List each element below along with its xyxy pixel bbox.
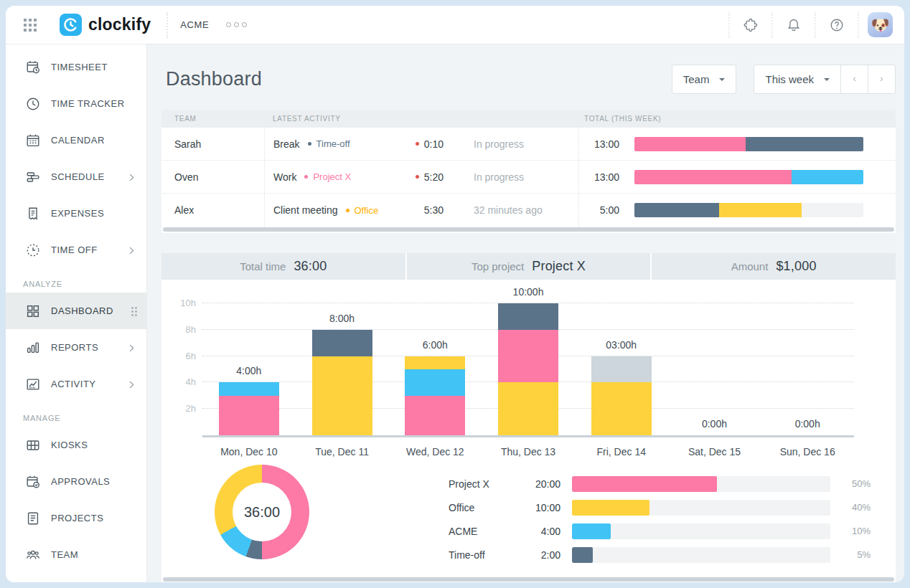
legend-hours: 4:00 (525, 526, 560, 537)
day-column[interactable]: 0:00h (761, 290, 854, 437)
legend-hours: 20:00 (525, 478, 560, 490)
project-tag: Time-off (308, 138, 350, 149)
bar-segment (591, 356, 652, 383)
day-column[interactable]: 8:00h (296, 290, 389, 437)
sidebar-item-team[interactable]: TEAM (6, 536, 146, 573)
bar-stack (405, 356, 465, 435)
legend-row: Office10:0040% (449, 495, 871, 519)
day-column[interactable]: 4:00h (202, 290, 296, 437)
chevron-right-icon (127, 343, 136, 352)
summary-cell-top-project: Top projectProject X (407, 253, 651, 280)
sidebar: TIMESHEETTIME TRACKERCALENDARSCHEDULEEXP… (6, 44, 147, 582)
weekly-total: 13:00 (579, 138, 619, 150)
donut-total-label: 36:00 (244, 504, 280, 521)
sidebar-item-label: TIME TRACKER (51, 98, 125, 109)
sidebar-item-projects[interactable]: PROJECTS (6, 500, 146, 536)
chevron-down-icon (824, 78, 830, 84)
schedule-icon (25, 169, 41, 185)
apps-grid-icon[interactable] (20, 15, 40, 35)
y-tick-label: 10h (174, 298, 196, 308)
table-row[interactable]: AlexClient meetingOffice5:3032 minutes a… (161, 194, 896, 227)
notifications-button[interactable] (773, 11, 815, 39)
x-axis-label: Fri, Dec 14 (575, 446, 668, 457)
avatar[interactable]: 🐶 (868, 12, 893, 37)
sidebar-item-kiosks[interactable]: KIOSKS (6, 427, 146, 463)
x-axis-label: Wed, Dec 12 (388, 446, 482, 457)
calendar-icon (25, 133, 41, 148)
sidebar-item-time-tracker[interactable]: TIME TRACKER (6, 85, 146, 122)
sidebar-item-activity[interactable]: ACTIVITY (6, 366, 146, 402)
legend-hours: 10:00 (525, 502, 560, 513)
chevron-right-icon (879, 75, 884, 84)
divider (166, 12, 168, 38)
activity-name: Work (273, 171, 296, 183)
legend-row: ACME4:0010% (449, 519, 871, 543)
bar-segment (634, 203, 719, 217)
bar-value-label: 4:00h (236, 365, 261, 376)
x-axis-label: Sun, Dec 16 (761, 446, 854, 457)
horizontal-scrollbar[interactable] (163, 577, 894, 582)
donut-chart[interactable]: 36:00 (215, 465, 309, 559)
sidebar-item-label: KIOSKS (51, 440, 88, 450)
dashboard-charts-card: Total time36:00Top projectProject XAmoun… (161, 253, 896, 582)
legend-project-name: ACME (449, 526, 513, 537)
table-row[interactable]: SarahBreakTime-off0:10In progress13:00 (161, 128, 896, 161)
bar-segment (498, 303, 558, 330)
workspace-name[interactable]: ACME (180, 19, 209, 30)
table-row[interactable]: OvenWorkProject X5:20In progress13:00 (161, 161, 896, 194)
y-tick-label: 4h (174, 376, 196, 387)
legend-percent: 40% (842, 502, 871, 513)
summary-strip: Total time36:00Top projectProject XAmoun… (161, 253, 896, 280)
legend-bar-fill (572, 547, 593, 563)
sidebar-item-schedule[interactable]: SCHEDULE (6, 158, 146, 195)
sidebar-item-timesheet[interactable]: TIMESHEET (6, 49, 146, 85)
sidebar-item-label: REPORTS (51, 342, 98, 353)
day-column[interactable]: 10:00h (482, 290, 575, 437)
prev-week-button[interactable] (840, 65, 868, 94)
page-title: Dashboard (166, 68, 262, 90)
summary-label: Top project (472, 260, 524, 272)
table-header: TEAM LATEST ACTIVITY TOTAL (THIS WEEK) (161, 110, 896, 128)
drag-handle-icon[interactable] (131, 306, 137, 317)
day-column[interactable]: 6:00h (388, 290, 482, 437)
bar-value-label: 0:00h (795, 418, 820, 430)
sidebar-item-label: TEAM (51, 549, 78, 560)
summary-value: Project X (532, 259, 586, 274)
sidebar-item-label: TIMESHEET (51, 62, 108, 72)
horizontal-scrollbar[interactable] (163, 227, 894, 232)
y-tick-label: 2h (174, 403, 196, 414)
duration-value: 5:20 (424, 171, 444, 183)
bar-segment (405, 369, 465, 396)
workspace-menu-icon[interactable] (226, 22, 247, 27)
sidebar-item-reports[interactable]: REPORTS (6, 329, 146, 366)
period-filter-button[interactable]: This week (754, 65, 841, 94)
project-name: Project X (313, 171, 351, 182)
sidebar-item-label: TIME OFF (51, 245, 98, 255)
bar-value-label: 10:00h (513, 286, 544, 298)
legend-bar-track (572, 476, 830, 492)
team-filter-button[interactable]: Team (672, 65, 737, 94)
extensions-button[interactable] (730, 11, 771, 39)
next-week-button[interactable] (868, 65, 896, 94)
clockify-logo[interactable]: clockify (60, 14, 151, 36)
member-name: Oven (161, 161, 264, 193)
sidebar-item-expenses[interactable]: EXPENSES (6, 195, 146, 232)
activity-icon (25, 376, 41, 392)
sidebar-item-label: ACTIVITY (51, 379, 96, 389)
sidebar-item-dashboard[interactable]: DASHBOARD (6, 293, 146, 329)
activity-cell: Client meetingOffice (273, 204, 388, 216)
summary-label: Amount (731, 260, 769, 272)
sidebar-item-calendar[interactable]: CALENDAR (6, 122, 146, 158)
sidebar-item-approvals[interactable]: APPROVALS (6, 463, 146, 500)
day-column[interactable]: 0:00h (668, 290, 761, 437)
sidebar-item-time-off[interactable]: TIME OFF (6, 232, 146, 268)
bar-segment (792, 170, 863, 184)
app-window: clockify ACME 🐶 TIMESHEETTIME TRACKERCAL… (6, 6, 904, 582)
team-icon (25, 547, 41, 563)
day-column[interactable]: 03:00h (575, 290, 668, 437)
help-button[interactable] (816, 11, 858, 39)
bell-icon (786, 17, 802, 33)
bar-segment (219, 382, 279, 395)
sidebar-section-label: MANAGE (23, 414, 146, 422)
bar-value-label: 6:00h (423, 339, 448, 351)
